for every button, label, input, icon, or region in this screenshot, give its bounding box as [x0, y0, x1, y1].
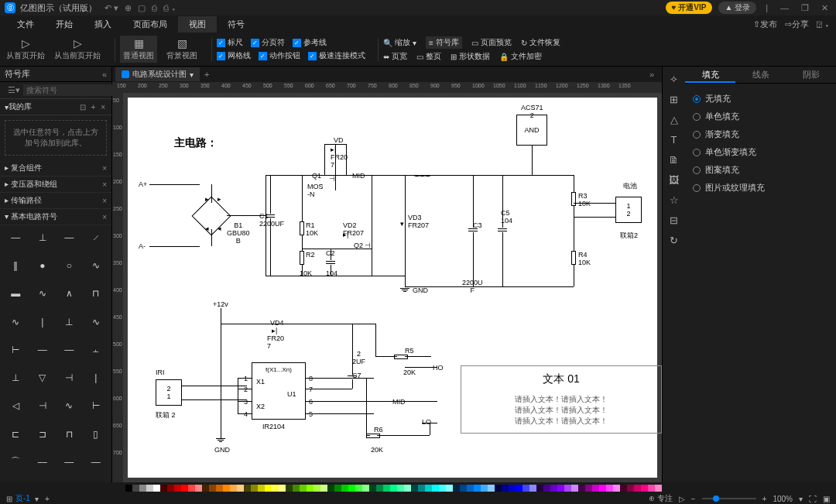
symbol-item[interactable]: ⊥ — [30, 228, 56, 247]
rp-tab-0[interactable]: 填充 — [685, 67, 735, 83]
rp-tab-2[interactable]: 阴影 — [786, 67, 836, 83]
swatch[interactable] — [307, 485, 314, 492]
symbol-item[interactable]: ⌒ — [3, 453, 29, 471]
swatch[interactable] — [237, 485, 244, 492]
swatch[interactable] — [341, 485, 348, 492]
swatch[interactable] — [418, 485, 425, 492]
symbol-item[interactable]: — — [57, 228, 82, 247]
swatch[interactable] — [606, 485, 613, 492]
window-min-icon[interactable]: — — [777, 3, 792, 12]
image-icon[interactable]: 🖼 — [668, 173, 680, 186]
menu-开始[interactable]: 开始 — [45, 16, 84, 33]
swatch[interactable] — [181, 485, 188, 492]
symbol-item[interactable]: | — [84, 369, 109, 387]
vip-button[interactable]: ♥ 开通VIP — [666, 2, 713, 14]
open-icon[interactable]: ▢ — [138, 3, 146, 13]
symbol-item[interactable]: ▽ — [30, 369, 56, 387]
fill-opt-3[interactable]: 单色渐变填充 — [693, 143, 828, 161]
doc-icon[interactable]: 🗎 — [668, 153, 680, 166]
cursor-icon[interactable]: ✧ — [668, 73, 680, 85]
fill-opt-0[interactable]: 无填充 — [693, 90, 828, 108]
swatch[interactable] — [446, 485, 453, 492]
battery-block[interactable]: 1 2 — [615, 197, 642, 223]
swatch[interactable] — [251, 485, 258, 492]
swatch[interactable] — [495, 485, 502, 492]
view-normal[interactable]: ▦普通视图 — [120, 36, 157, 63]
play-from-first[interactable]: ▷从首页开始 — [6, 37, 45, 61]
new-icon[interactable]: ⊕ — [125, 3, 132, 13]
play-icon[interactable]: ▷ — [679, 495, 685, 503]
page[interactable]: 主电路： A+ A- ▸▸ ◂◂ B1 GBU80 B — [128, 98, 657, 478]
res-r6[interactable] — [366, 434, 380, 438]
symbol-item[interactable]: ∿ — [84, 256, 109, 275]
preview-button[interactable]: ▭ 页面预览 — [471, 36, 512, 49]
swatch[interactable] — [439, 485, 446, 492]
triangle-icon[interactable]: △ — [668, 113, 680, 125]
history-icon[interactable]: ↻ — [668, 234, 680, 246]
swatch[interactable] — [557, 485, 564, 492]
window-close-icon[interactable]: ✕ — [818, 3, 831, 13]
collapse-right-icon[interactable]: » — [645, 70, 659, 79]
symbol-item[interactable]: — — [30, 341, 56, 359]
add-page-button[interactable]: + — [45, 495, 50, 503]
category-2[interactable]: ▸ 传输路径× — [0, 193, 111, 209]
document-tab[interactable]: 电路系统设计图▾ — [115, 67, 200, 81]
save-icon[interactable]: ⎙ — [152, 3, 157, 13]
swatch[interactable] — [620, 485, 627, 492]
swatch[interactable] — [543, 485, 550, 492]
encrypt-button[interactable]: 🔒 文件加密 — [499, 51, 542, 62]
symbol-item[interactable]: ◁ — [3, 396, 29, 415]
symbol-item[interactable]: ⊣ — [30, 396, 56, 415]
swatch[interactable] — [286, 485, 293, 492]
swatch[interactable] — [564, 485, 571, 492]
swatch[interactable] — [300, 485, 307, 492]
mylib-label[interactable]: 我的库 — [9, 101, 32, 112]
swatch[interactable] — [467, 485, 474, 492]
fill-opt-5[interactable]: 图片或纹理填充 — [693, 179, 828, 197]
check-grid[interactable]: ✓网格线 — [217, 50, 251, 61]
check-action[interactable]: ✓动作按钮 — [259, 50, 300, 61]
swatch[interactable] — [258, 485, 265, 492]
lock-icon[interactable]: ⊟ — [668, 214, 680, 226]
swatch[interactable] — [383, 485, 390, 492]
symlib-button[interactable]: ≡ 符号库 — [426, 36, 462, 49]
swatch[interactable] — [516, 485, 522, 492]
category-1[interactable]: ▸ 变压器和绕组× — [0, 177, 111, 193]
swatch[interactable] — [509, 485, 516, 492]
swatch[interactable] — [334, 485, 341, 492]
symbol-item[interactable]: ∿ — [30, 284, 56, 303]
pagewidth-button[interactable]: ⬌ 页宽 — [383, 51, 407, 62]
symbol-item[interactable]: | — [30, 313, 56, 331]
menu-插入[interactable]: 插入 — [84, 16, 122, 33]
menu-视图[interactable]: 视图 — [178, 16, 217, 33]
symbol-item[interactable]: — — [30, 453, 56, 471]
swatch[interactable] — [655, 485, 662, 492]
swatch[interactable] — [369, 485, 376, 492]
fullscreen-icon[interactable]: ▣ — [823, 495, 830, 503]
fit-icon[interactable]: ⛶ — [809, 495, 817, 503]
swatch[interactable] — [536, 485, 543, 492]
focus-button[interactable]: ⊕ 专注 — [649, 493, 673, 504]
fill-opt-4[interactable]: 图案填充 — [693, 161, 828, 179]
menu-符号[interactable]: 符号 — [217, 16, 255, 33]
filter-icon[interactable]: ☰▾ — [5, 85, 23, 95]
swatch[interactable] — [425, 485, 432, 492]
category-3[interactable]: ▾ 基本电路符号× — [0, 209, 111, 225]
iri-block[interactable]: 2 1 — [156, 379, 182, 406]
zoom-in-icon[interactable]: + — [762, 495, 767, 503]
swatch[interactable] — [592, 485, 599, 492]
check-ruler[interactable]: ✓标尺 — [217, 37, 243, 48]
swatch[interactable] — [174, 485, 181, 492]
res-r3[interactable] — [571, 192, 576, 206]
symbol-item[interactable]: ‖ — [3, 256, 29, 275]
swatch[interactable] — [327, 485, 334, 492]
swatch[interactable] — [453, 485, 460, 492]
symbol-item[interactable]: ● — [30, 256, 56, 275]
symbol-item[interactable]: ⊢ — [84, 396, 109, 415]
res-r2[interactable] — [300, 251, 304, 265]
swatch[interactable] — [578, 485, 585, 492]
page-dropdown-icon[interactable]: ▾ — [35, 495, 39, 503]
zoom-slider[interactable] — [702, 498, 756, 499]
share-button[interactable]: ⇨分享 — [785, 19, 809, 30]
star-icon[interactable]: ☆ — [668, 194, 680, 206]
